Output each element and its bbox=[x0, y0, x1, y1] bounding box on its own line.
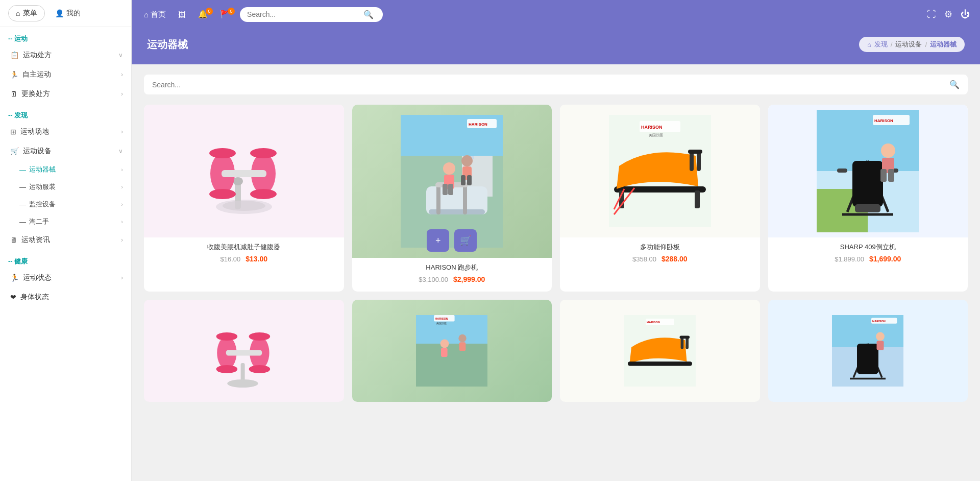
settings-icon[interactable]: ⚙ bbox=[944, 9, 952, 20]
nav-flag[interactable]: 🚩 0 bbox=[218, 10, 232, 19]
chevron-right-icon: › bbox=[121, 201, 123, 207]
chevron-right-icon: › bbox=[121, 219, 123, 225]
svg-point-23 bbox=[443, 162, 455, 175]
nav-home[interactable]: ⌂ 首页 bbox=[142, 10, 168, 19]
sidebar-item-free-exercise[interactable]: 🏃 自主运动 › bbox=[0, 65, 131, 84]
equipment-icon: 🛒 bbox=[10, 147, 19, 155]
sidebar-item-equipment-monitor[interactable]: — 监控设备 › bbox=[0, 196, 131, 213]
price-sale-4: $1,699.00 bbox=[869, 255, 901, 263]
svg-rect-74 bbox=[441, 348, 448, 357]
breadcrumb-home[interactable]: 发现 bbox=[874, 40, 888, 49]
run-icon: 🏃 bbox=[10, 274, 19, 282]
power-icon[interactable]: ⏻ bbox=[961, 9, 970, 20]
product-name-2: HARISON 跑步机 bbox=[359, 263, 545, 272]
product-prices-3: $358.00 $288.00 bbox=[567, 255, 753, 263]
svg-rect-20 bbox=[436, 184, 440, 214]
user-icon: 👤 bbox=[55, 9, 64, 17]
svg-point-70 bbox=[227, 379, 258, 388]
breadcrumb-sep2: / bbox=[925, 41, 927, 49]
breadcrumb: ⌂ 发现 / 运动设备 / 运动器械 bbox=[859, 37, 965, 52]
menu-label: 菜单 bbox=[23, 9, 37, 18]
nav-search-input[interactable] bbox=[247, 10, 359, 18]
news-icon: 🖥 bbox=[10, 236, 17, 244]
svg-point-6 bbox=[209, 189, 236, 199]
breadcrumb-parent[interactable]: 运动设备 bbox=[895, 40, 922, 49]
svg-point-5 bbox=[209, 148, 236, 158]
sidebar-subitem-label: 淘二手 bbox=[29, 217, 121, 226]
price-original-2: $3,100.00 bbox=[419, 276, 448, 283]
sidebar-item-sport-status[interactable]: 🏃 运动状态 › bbox=[0, 268, 131, 287]
svg-point-9 bbox=[250, 189, 277, 199]
sidebar-item-equipment-gear[interactable]: — 运动器械 › bbox=[0, 161, 131, 178]
menu-button[interactable]: ⌂ 菜单 bbox=[8, 5, 45, 21]
product-overlay-2: + 🛒 bbox=[427, 229, 477, 252]
sidebar-item-equipment-secondhand[interactable]: — 淘二手 › bbox=[0, 213, 131, 230]
chevron-right-icon: › bbox=[121, 274, 123, 281]
nav-right-actions: ⛶ ⚙ ⏻ bbox=[927, 9, 970, 20]
arrow-icon: — bbox=[19, 201, 26, 208]
product-name-4: SHARP 409倒立机 bbox=[775, 243, 961, 252]
product-illustration-8: HARISON bbox=[832, 310, 903, 392]
product-info-4: SHARP 409倒立机 $1,899.00 $1,699.00 bbox=[768, 237, 968, 263]
svg-rect-84 bbox=[628, 362, 692, 366]
svg-rect-29 bbox=[461, 175, 465, 185]
product-card-8: HARISON bbox=[768, 300, 968, 402]
nav-photo[interactable]: 🖼 bbox=[176, 10, 188, 19]
svg-rect-92 bbox=[857, 344, 878, 374]
add-to-cart-button-2[interactable]: 🛒 bbox=[454, 229, 477, 252]
svg-point-64 bbox=[216, 365, 237, 373]
sidebar-item-equipment[interactable]: 🛒 运动设备 ∨ bbox=[0, 141, 131, 161]
content-search-input[interactable] bbox=[152, 81, 944, 89]
product-info-1: 收腹美腰机减肚子健腹器 $16.00 $13.00 bbox=[144, 237, 344, 263]
page-title: 运动器械 bbox=[147, 38, 188, 52]
sidebar: ⌂ 菜单 👤 我的 -- 运动 📋 运动处方 ∨ 🏃 自主运动 › 🗓 更换处方… bbox=[0, 0, 132, 481]
sidebar-item-replace-prescription[interactable]: 🗓 更换处方 › bbox=[0, 84, 131, 104]
sidebar-item-body-status[interactable]: ❤ 身体状态 bbox=[0, 287, 131, 307]
sidebar-label: 自主运动 bbox=[22, 70, 51, 79]
breadcrumb-home-icon: ⌂ bbox=[867, 41, 871, 49]
product-grid-row1: 收腹美腰机减肚子健腹器 $16.00 $13.00 bbox=[144, 105, 968, 292]
product-card-1: 收腹美腰机减肚子健腹器 $16.00 $13.00 bbox=[144, 105, 344, 292]
section-sport: -- 运动 bbox=[0, 27, 131, 45]
svg-point-66 bbox=[249, 332, 270, 341]
nav-notification[interactable]: 🔔 0 bbox=[196, 10, 210, 19]
sidebar-label: 身体状态 bbox=[20, 293, 49, 302]
svg-rect-10 bbox=[222, 170, 266, 177]
fullscreen-icon[interactable]: ⛶ bbox=[927, 9, 936, 20]
svg-rect-83 bbox=[679, 336, 690, 339]
prescription-icon: 📋 bbox=[10, 51, 19, 59]
svg-rect-55 bbox=[855, 204, 880, 212]
chevron-right-icon: › bbox=[121, 166, 123, 173]
svg-point-75 bbox=[459, 334, 467, 342]
product-grid-row2: HARISON 美国汉臣 HARISON bbox=[144, 300, 968, 402]
svg-text:HARISON: HARISON bbox=[469, 122, 487, 127]
svg-rect-52 bbox=[852, 161, 883, 207]
sidebar-item-news[interactable]: 🖥 运动资讯 › bbox=[0, 230, 131, 250]
sidebar-item-prescription[interactable]: 📋 运动处方 ∨ bbox=[0, 45, 131, 65]
my-label-text: 我的 bbox=[66, 9, 81, 18]
sidebar-item-equipment-clothes[interactable]: — 运动服装 › bbox=[0, 178, 131, 196]
home-icon: ⌂ bbox=[144, 10, 149, 19]
sidebar-label: 运动处方 bbox=[23, 51, 52, 60]
my-profile-link[interactable]: 👤 我的 bbox=[55, 9, 81, 18]
sidebar-label: 运动资讯 bbox=[21, 235, 50, 245]
sidebar-item-venue[interactable]: ⊞ 运动场地 › bbox=[0, 122, 131, 141]
svg-point-73 bbox=[440, 340, 449, 348]
content-area: 🔍 bbox=[132, 64, 980, 481]
svg-rect-76 bbox=[459, 342, 466, 351]
svg-rect-94 bbox=[877, 341, 884, 350]
content-search-bar[interactable]: 🔍 bbox=[144, 75, 968, 94]
add-to-list-button-2[interactable]: + bbox=[427, 229, 449, 252]
svg-point-56 bbox=[881, 143, 895, 158]
sidebar-subitem-label: 运动器械 bbox=[29, 165, 121, 174]
nav-search-bar[interactable]: 🔍 bbox=[240, 7, 383, 22]
section-health: -- 健康 bbox=[0, 250, 131, 268]
svg-text:美国汉臣: 美国汉臣 bbox=[649, 133, 663, 137]
product-image-3: HARISON 美国汉臣 bbox=[560, 105, 760, 237]
breadcrumb-sep1: / bbox=[891, 41, 893, 49]
product-illustration-2: HARISON bbox=[401, 115, 503, 248]
svg-text:HARISON: HARISON bbox=[435, 317, 448, 320]
product-card-2: HARISON + 🛒 HARISON 跑步机 $3,100.00 $2,999… bbox=[352, 105, 552, 292]
product-illustration-4: HARISON bbox=[817, 110, 919, 232]
sidebar-subitem-label: 监控设备 bbox=[29, 200, 121, 209]
